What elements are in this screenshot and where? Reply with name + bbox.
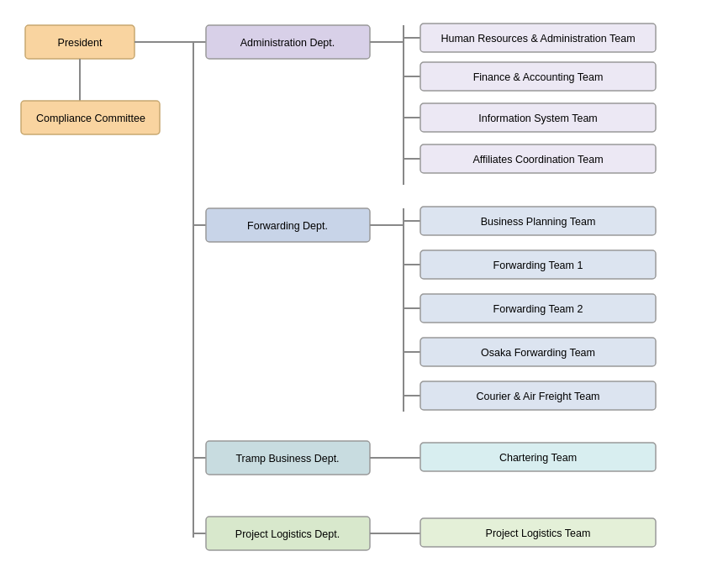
team-biz-planning-label: Business Planning Team [481,216,596,228]
team-courier-label: Courier & Air Freight Team [476,391,599,402]
team-fwd1-label: Forwarding Team 1 [493,260,583,271]
org-chart: President Compliance Committee Administr… [17,17,706,588]
team-affiliates-label: Affiliates Coordination Team [472,154,603,165]
compliance-label: Compliance Committee [36,113,145,124]
team-finance-label: Finance & Accounting Team [473,71,604,83]
team-fwd2-label: Forwarding Team 2 [493,303,583,315]
team-proj-logistics-label: Project Logistics Team [486,528,591,539]
fwd-dept-label: Forwarding Dept. [247,220,328,232]
team-chartering-label: Chartering Team [499,452,577,464]
team-infosys-label: Information System Team [478,113,598,124]
admin-dept-label: Administration Dept. [240,37,335,49]
proj-dept-label: Project Logistics Dept. [235,528,340,540]
president-label: President [58,37,103,49]
team-hr-label: Human Resources & Administration Team [441,33,635,45]
team-osaka-label: Osaka Forwarding Team [481,347,595,359]
tramp-dept-label: Tramp Business Dept. [235,453,339,465]
